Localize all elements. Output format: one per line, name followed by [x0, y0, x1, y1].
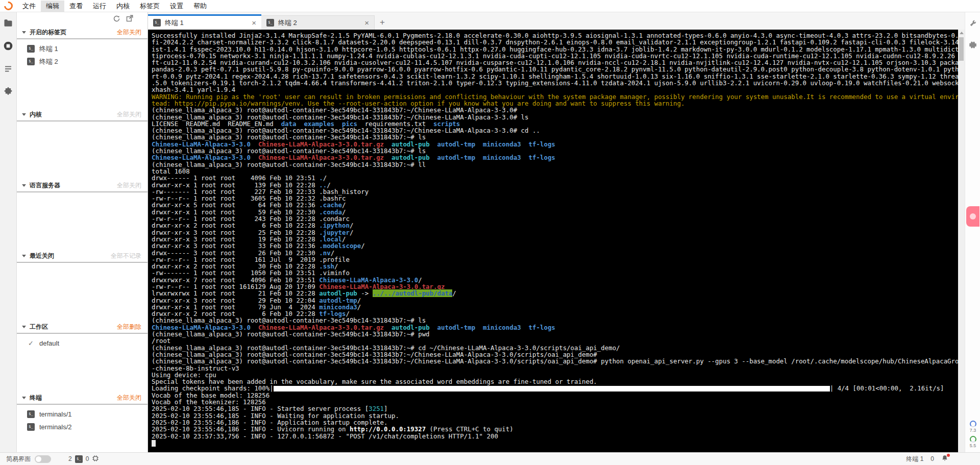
section-recently-closed-header[interactable]: 最近关闭 全部不记录 — [17, 250, 148, 263]
terminal-line: Chinese-LLaMA-Alpaca-3-3.0 Chinese-LLaMA… — [152, 141, 958, 148]
menu-tabs[interactable]: 标签页 — [135, 1, 165, 12]
promo-icon — [970, 213, 976, 219]
section-kernels-header[interactable]: 内核 全部关闭 — [17, 109, 148, 121]
open-tab-item-terminal-1[interactable]: $_ 终端 1 — [17, 42, 148, 55]
open-tab-item-terminal-2[interactable]: $_ 终端 2 — [17, 55, 148, 68]
workspace-item-default[interactable]: ✓ default — [17, 337, 148, 350]
new-tab-button[interactable]: + — [375, 15, 390, 30]
terminal-line: Using device: cpu — [152, 372, 958, 378]
terminal-icon: $_ — [27, 410, 35, 418]
close-all-button[interactable]: 全部关闭 — [117, 394, 141, 402]
terminal-line: -rw-r--r-- 1 root root 1616129 Aug 20 17… — [152, 283, 958, 290]
terminal-session-label: terminals/2 — [39, 423, 72, 431]
tab-close-icon[interactable]: × — [252, 18, 256, 27]
collapse-arrow-icon — [22, 326, 26, 328]
terminal-line: Successfully installed Jinja2-3.1.4 Mark… — [152, 32, 958, 39]
tab-bar: $_ 终端 1 × $_ 终端 2 × + — [148, 12, 965, 30]
menu-kernel[interactable]: 内核 — [111, 1, 135, 12]
menu-edit[interactable]: 编辑 — [41, 1, 64, 12]
status-bar: 简易界面 2 $_ 0 终端 1 0 — [0, 452, 980, 465]
scrollbar-thumb[interactable] — [959, 37, 964, 61]
simple-ui-label: 简易界面 — [6, 455, 31, 463]
section-workspaces-header[interactable]: 工作区 全部删除 — [17, 321, 148, 334]
table-of-contents-icon[interactable] — [4, 64, 13, 74]
terminal-line: (chinese_llama_alpaca_3) root@autodl-con… — [152, 351, 958, 358]
open-in-new-icon[interactable] — [126, 15, 133, 25]
check-icon: ✓ — [27, 339, 35, 347]
terminal-line: Vocab of the base model: 128256 — [152, 392, 958, 399]
section-language-servers: 语言服务器 全部关闭 — [17, 180, 148, 250]
terminal-line: drwx------ 3 root root 26 Feb 10 22:30 .… — [152, 250, 958, 256]
terminal-line: (chinese_llama_alpaca_3) root@autodl-con… — [152, 114, 958, 120]
open-tab-label: 终端 1 — [39, 44, 58, 54]
terminal-line: (chinese_llama_alpaca_3) root@autodl-con… — [152, 107, 958, 113]
menu-bar: 文件 编辑 查看 运行 内核 标签页 设置 帮助 — [0, 0, 980, 12]
terminal-line — [152, 439, 958, 447]
section-kernels: 内核 全部关闭 — [17, 109, 148, 180]
tools-icon[interactable] — [969, 19, 977, 30]
section-terminals-header[interactable]: 终端 全部关闭 — [17, 392, 148, 405]
terminal-session-item-1[interactable]: $_ terminals/1 — [17, 408, 148, 421]
section-language-servers-header[interactable]: 语言服务器 全部关闭 — [17, 180, 148, 192]
activity-bar — [0, 12, 17, 452]
section-workspaces: 工作区 全部删除 ✓ default — [17, 321, 148, 392]
app-logo-icon — [3, 0, 15, 12]
progress-bar — [274, 386, 830, 391]
notification-count: 0 — [930, 455, 934, 462]
settings-gear-icon[interactable] — [969, 41, 977, 51]
simple-ui-toggle[interactable] — [35, 455, 51, 463]
tab-label: 终端 1 — [165, 18, 248, 28]
terminal-line: Chinese-LLaMA-Alpaca-3-3.0 Chinese-LLaMA… — [152, 154, 958, 161]
menu-run[interactable]: 运行 — [88, 1, 111, 12]
file-browser-icon[interactable] — [4, 18, 13, 28]
menu-view[interactable]: 查看 — [64, 1, 88, 12]
section-open-tabs-header[interactable]: 开启的标签页 全部关闭 — [17, 27, 148, 39]
terminal-line: (chinese_llama_alpaca_3) root@autodl-con… — [152, 317, 958, 324]
collapse-arrow-icon — [22, 113, 26, 116]
section-title: 开启的标签页 — [30, 28, 117, 37]
metric-value: 5.5 — [970, 443, 976, 448]
terminal-line: drwxr-xr-x 2 root root 30 Feb 10 22:28 .… — [152, 263, 958, 270]
menu-help[interactable]: 帮助 — [188, 1, 212, 12]
terminal-line: -chinese-8b-instruct-v3 — [152, 365, 958, 372]
running-panel: 开启的标签页 全部关闭 $_ 终端 1 $_ 终端 2 内核 全部关闭 — [17, 12, 148, 452]
tab-terminal-2[interactable]: $_ 终端 2 × — [261, 15, 375, 30]
close-all-button-disabled: 全部关闭 — [117, 181, 141, 190]
extensions-icon[interactable] — [4, 87, 13, 96]
scroll-up-arrow-icon[interactable] — [960, 32, 964, 34]
delete-all-button[interactable]: 全部删除 — [117, 323, 141, 331]
terminal-line: drwxr-xr-x 1 root root 139 Feb 10 22:28 … — [152, 182, 958, 188]
terminal-cursor — [152, 440, 156, 447]
running-sessions-icon[interactable] — [3, 41, 13, 51]
terminal-line: ft-cu12-11.0.2.54 nvidia-curand-cu12-10.… — [152, 59, 958, 66]
terminal-line: tead: https://pip.pypa.io/warnings/venv.… — [152, 100, 958, 107]
section-title: 工作区 — [30, 323, 117, 331]
terminal-line: (chinese_llama_alpaca_3) root@autodl-con… — [152, 161, 958, 168]
close-all-button[interactable]: 全部关闭 — [117, 28, 141, 37]
terminal-session-item-2[interactable]: $_ terminals/2 — [17, 421, 148, 433]
terminal-line: .5.0 tokenizers-0.19.1 torch-2.1.2 tqdm-… — [152, 80, 958, 86]
menu-file[interactable]: 文件 — [17, 1, 41, 12]
workspace-label: default — [39, 339, 59, 347]
terminal-line: (chinese_llama_alpaca_3) root@autodl-con… — [152, 358, 958, 364]
terminal-line: Loading checkpoint shards: 100%|| 4/4 [0… — [152, 385, 958, 391]
menu-settings[interactable]: 设置 — [165, 1, 188, 12]
notification-bell-icon[interactable] — [941, 455, 948, 463]
terminal-line: drwx------ 1 root root 4096 Feb 10 23:51… — [152, 175, 958, 181]
terminal-scrollbar[interactable] — [958, 30, 965, 452]
section-title: 语言服务器 — [30, 181, 117, 190]
tab-label: 终端 2 — [278, 18, 360, 28]
refresh-icon[interactable] — [113, 15, 120, 25]
terminal-session-label: terminals/1 — [39, 410, 72, 418]
right-accessory-strip: 7.3 5.5 — [965, 12, 980, 452]
terminal-line: Vocab of the tokenizer: 128256 — [152, 399, 958, 405]
tab-terminal-1[interactable]: $_ 终端 1 × — [148, 14, 261, 30]
promo-badge[interactable] — [966, 206, 979, 227]
kernel-chip-icon — [92, 455, 99, 463]
terminal-line: drwxr-xr-x 3 root root 19 Feb 10 22:28 .… — [152, 236, 958, 242]
no-record-button: 全部不记录 — [111, 252, 141, 260]
collapse-arrow-icon — [22, 397, 26, 399]
terminal-line: -rw-r--r-- 1 root root 3605 Feb 10 22:32… — [152, 195, 958, 202]
terminal-output[interactable]: Successfully installed Jinja2-3.1.4 Mark… — [148, 30, 965, 452]
tab-close-icon[interactable]: × — [364, 18, 369, 27]
